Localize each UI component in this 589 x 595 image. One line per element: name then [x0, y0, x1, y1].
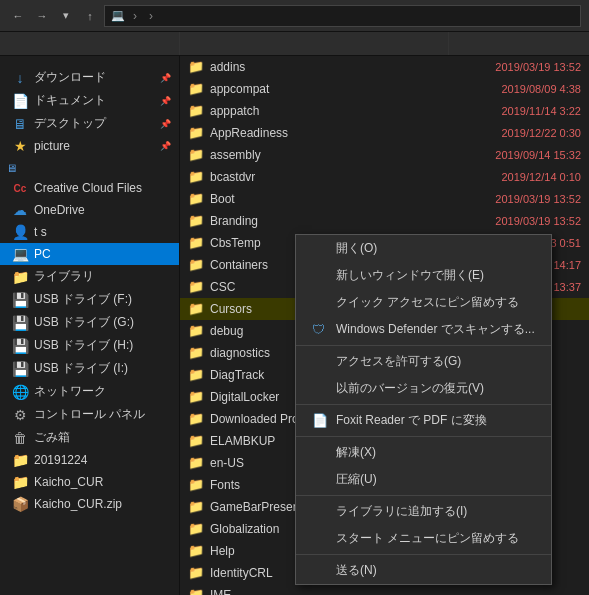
usb-f-icon: 💾 [12, 292, 28, 308]
sidebar-item-ts[interactable]: 👤 t s [0, 221, 179, 243]
ctx-label: 以前のバージョンの復元(V) [336, 380, 535, 397]
sidebar-item-20191224[interactable]: 📁 20191224 [0, 449, 179, 471]
desktop-label: 🖥 [0, 159, 179, 177]
folder-icon: 📁 [188, 169, 204, 185]
context-menu-item-send-to[interactable]: 送る(N) [296, 557, 551, 584]
file-name: appcompat [210, 82, 441, 96]
back-button[interactable]: ← [8, 6, 28, 26]
folder-icon: 📁 [188, 389, 204, 405]
kaicho-curzip-icon: 📦 [12, 496, 28, 512]
file-date: 2019/11/14 3:22 [441, 105, 581, 117]
sidebar-item-label: デスクトップ [34, 115, 106, 132]
sidebar-item-usb-f[interactable]: 💾 USB ドライブ (F:) [0, 288, 179, 311]
column-headers [0, 32, 589, 56]
context-menu-item-defender[interactable]: 🛡Windows Defender でスキャンする... [296, 316, 551, 343]
table-row[interactable]: 📁 IME [180, 584, 589, 595]
sidebar-item-label: ネットワーク [34, 383, 106, 400]
table-row[interactable]: 📁 AppReadiness 2019/12/22 0:30 [180, 122, 589, 144]
network-icon: 🌐 [12, 384, 28, 400]
forward-button[interactable]: → [32, 6, 52, 26]
sidebar-item-documents[interactable]: 📄 ドキュメント 📌 [0, 89, 179, 112]
sidebar-item-label: USB ドライブ (G:) [34, 314, 134, 331]
sidebar-item-label: t s [34, 225, 47, 239]
sidebar-spacer [0, 32, 180, 55]
sidebar-item-kaicho-cur[interactable]: 📁 Kaicho_CUR [0, 471, 179, 493]
ctx-label: 解凍(X) [336, 444, 535, 461]
folder-icon: 📁 [188, 279, 204, 295]
folder-icon: 📁 [188, 367, 204, 383]
table-row[interactable]: 📁 addins 2019/03/19 13:52 [180, 56, 589, 78]
sidebar-item-creative-cloud[interactable]: Cc Creative Cloud Files [0, 177, 179, 199]
sidebar-item-usb-i[interactable]: 💾 USB ドライブ (I:) [0, 357, 179, 380]
context-menu-item-pin-quick[interactable]: クイック アクセスにピン留めする [296, 289, 551, 316]
folder-icon: 📁 [188, 81, 204, 97]
table-row[interactable]: 📁 appcompat 2019/08/09 4:38 [180, 78, 589, 100]
context-menu-item-open-new[interactable]: 新しいウィンドウで開く(E) [296, 262, 551, 289]
folder-icon: 📁 [188, 301, 204, 317]
file-date: 2019/09/14 15:32 [441, 149, 581, 161]
sidebar-item-picture[interactable]: ★ picture 📌 [0, 135, 179, 157]
pin-icon: 📌 [160, 96, 171, 106]
file-name: assembly [210, 148, 441, 162]
defender-icon: 🛡 [312, 322, 328, 338]
file-date: 2019/03/19 13:52 [441, 215, 581, 227]
desktop-section: Cc Creative Cloud Files☁ OneDrive👤 t s💻 … [0, 177, 179, 265]
table-row[interactable]: 📁 bcastdvr 2019/12/14 0:10 [180, 166, 589, 188]
sidebar-item-control[interactable]: ⚙ コントロール パネル [0, 403, 179, 426]
context-menu-item-add-library[interactable]: ライブラリに追加する(I) [296, 498, 551, 525]
file-name: addins [210, 60, 441, 74]
sidebar-item-library[interactable]: 📁 ライブラリ [0, 265, 179, 288]
context-menu-item-restore-prev[interactable]: 以前のバージョンの復元(V) [296, 375, 551, 402]
file-list-area[interactable]: 📁 addins 2019/03/19 13:52📁 appcompat 201… [180, 56, 589, 595]
folder-icon: 📁 [188, 521, 204, 537]
sidebar-item-onedrive[interactable]: ☁ OneDrive [0, 199, 179, 221]
usb-i-icon: 💾 [12, 361, 28, 377]
onedrive-icon: ☁ [12, 202, 28, 218]
trash-icon: 🗑 [12, 430, 28, 446]
other-section: 🌐 ネットワーク⚙ コントロール パネル🗑 ごみ箱📁 20191224📁 Kai… [0, 380, 179, 515]
folder-icon: 📁 [188, 477, 204, 493]
pin-icon: 📌 [160, 119, 171, 129]
table-row[interactable]: 📁 assembly 2019/09/14 15:32 [180, 144, 589, 166]
context-menu-item-extract[interactable]: 解凍(X) [296, 439, 551, 466]
pc-segment: 💻 [111, 9, 127, 22]
sidebar-item-network[interactable]: 🌐 ネットワーク [0, 380, 179, 403]
ts-icon: 👤 [12, 224, 28, 240]
sidebar-item-usb-g[interactable]: 💾 USB ドライブ (G:) [0, 311, 179, 334]
folder-icon: 📁 [188, 543, 204, 559]
ctx-label: 新しいウィンドウで開く(E) [336, 267, 535, 284]
20191224-icon: 📁 [12, 452, 28, 468]
context-menu-item-grant-access[interactable]: アクセスを許可する(G) [296, 348, 551, 375]
sidebar-item-downloads[interactable]: ↓ ダウンロード 📌 [0, 66, 179, 89]
table-row[interactable]: 📁 apppatch 2019/11/14 3:22 [180, 100, 589, 122]
ctx-separator [296, 345, 551, 346]
sidebar-item-pc[interactable]: 💻 PC [0, 243, 179, 265]
file-name: Boot [210, 192, 441, 206]
sidebar-item-kaicho-curzip[interactable]: 📦 Kaicho_CUR.zip [0, 493, 179, 515]
desktop2-icon: 🖥 [12, 116, 28, 132]
context-menu-item-pin-start[interactable]: スタート メニューにピン留めする [296, 525, 551, 552]
main-area: ↓ ダウンロード 📌📄 ドキュメント 📌🖥 デスクトップ 📌★ picture … [0, 56, 589, 595]
ctx-label: スタート メニューにピン留めする [336, 530, 535, 547]
folder-icon: 📁 [188, 125, 204, 141]
path-bar[interactable]: 💻 › › [104, 5, 581, 27]
context-menu-item-compress[interactable]: 圧縮(U) [296, 466, 551, 493]
context-menu-item-open[interactable]: 開く(O) [296, 235, 551, 262]
sidebar-item-trash[interactable]: 🗑 ごみ箱 [0, 426, 179, 449]
file-date: 2019/08/09 4:38 [441, 83, 581, 95]
up-button[interactable]: ↑ [80, 6, 100, 26]
sidebar-item-usb-h[interactable]: 💾 USB ドライブ (H:) [0, 334, 179, 357]
sidebar-item-label: ライブラリ [34, 268, 94, 285]
name-column-header[interactable] [180, 32, 449, 55]
folder-icon: 📁 [188, 213, 204, 229]
sidebar-item-desktop2[interactable]: 🖥 デスクトップ 📌 [0, 112, 179, 135]
table-row[interactable]: 📁 Branding 2019/03/19 13:52 [180, 210, 589, 232]
sidebar-item-label: USB ドライブ (I:) [34, 360, 128, 377]
sidebar-item-label: PC [34, 247, 51, 261]
sidebar-item-label: USB ドライブ (F:) [34, 291, 132, 308]
history-button[interactable]: ▾ [56, 6, 76, 26]
ctx-label: Windows Defender でスキャンする... [336, 321, 535, 338]
table-row[interactable]: 📁 Boot 2019/03/19 13:52 [180, 188, 589, 210]
context-menu: 開く(O)新しいウィンドウで開く(E)クイック アクセスにピン留めする🛡Wind… [295, 234, 552, 585]
context-menu-item-foxit[interactable]: 📄Foxit Reader で PDF に変換 [296, 407, 551, 434]
